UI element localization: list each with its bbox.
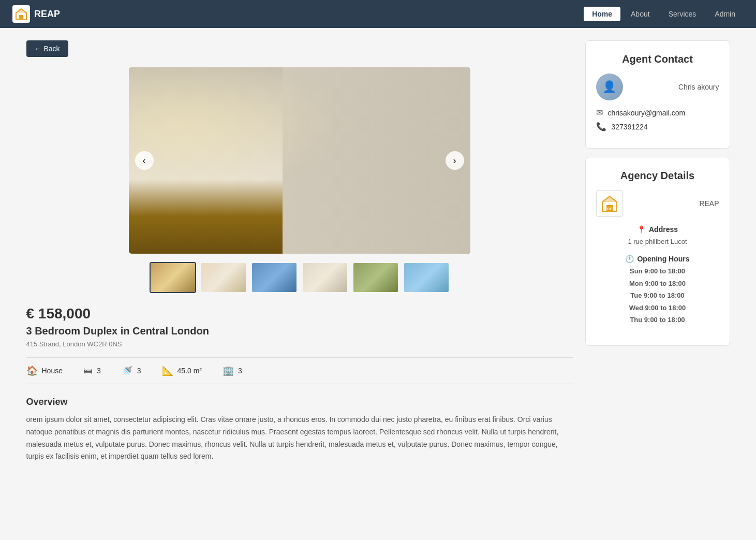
hours-sun: Sun 9:00 to 18:00 bbox=[596, 265, 719, 277]
location-pin-icon: 📍 bbox=[637, 225, 646, 233]
property-title: 3 Bedroom Duplex in Central London bbox=[26, 325, 573, 337]
hours-wed: Wed 9:00 to 18:00 bbox=[596, 302, 719, 314]
thumbnail-5[interactable] bbox=[352, 262, 399, 293]
brand-name: REAP bbox=[34, 9, 60, 20]
stat-bathrooms-value: 3 bbox=[137, 367, 141, 375]
agency-logo-row: RE REAP bbox=[596, 190, 719, 217]
thumbnail-6[interactable] bbox=[403, 262, 450, 293]
thumbnail-strip bbox=[26, 262, 573, 295]
hours-mon: Mon 9:00 to 18:00 bbox=[596, 278, 719, 289]
stat-type: 🏠 House bbox=[26, 365, 63, 376]
bath-icon: 🚿 bbox=[122, 365, 133, 376]
carousel-prev-button[interactable]: ‹ bbox=[135, 151, 154, 170]
stat-type-value: House bbox=[42, 367, 63, 375]
stat-bathrooms: 🚿 3 bbox=[122, 365, 141, 376]
navbar: REAP Home About Services Admin bbox=[0, 0, 756, 28]
room-image bbox=[129, 67, 470, 254]
brand: REAP bbox=[12, 5, 60, 23]
agency-address-section: 📍 Address 1 rue philibert Lucot bbox=[596, 225, 719, 247]
stat-floors-value: 3 bbox=[238, 367, 242, 375]
agent-contact-title: Agent Contact bbox=[596, 53, 719, 65]
agent-email: chrisakoury@gmail.com bbox=[608, 109, 686, 117]
agent-name: Chris akoury bbox=[678, 83, 719, 91]
stat-area-value: 45.0 m² bbox=[177, 367, 202, 375]
overview-text: orem ipsum dolor sit amet, consectetur a… bbox=[26, 414, 573, 463]
thumbnail-3[interactable] bbox=[251, 262, 298, 293]
agent-avatar: 👤 bbox=[596, 74, 623, 100]
overview-title: Overview bbox=[26, 397, 573, 407]
svg-marker-4 bbox=[602, 196, 617, 202]
nav-services[interactable]: Services bbox=[660, 7, 705, 21]
agent-email-row: ✉ chrisakoury@gmail.com bbox=[596, 108, 719, 118]
email-icon: ✉ bbox=[596, 108, 603, 118]
agent-phone-row: 📞 327391224 bbox=[596, 122, 719, 132]
property-price: € 158,000 bbox=[26, 305, 573, 322]
nav-links: Home About Services Admin bbox=[584, 7, 744, 21]
sidebar: Agent Contact 👤 Chris akoury ✉ chrisakou… bbox=[585, 40, 730, 463]
carousel: ‹ › bbox=[129, 67, 470, 254]
agency-hours-text: Sun 9:00 to 18:00 Mon 9:00 to 18:00 Tue … bbox=[596, 265, 719, 326]
carousel-main-image: ‹ › bbox=[129, 67, 470, 254]
thumbnail-4[interactable] bbox=[302, 262, 348, 293]
svg-text:RE: RE bbox=[607, 207, 612, 211]
nav-home[interactable]: Home bbox=[584, 7, 620, 21]
stat-area: 📐 45.0 m² bbox=[162, 365, 202, 376]
back-button[interactable]: ← Back bbox=[26, 40, 68, 57]
agency-hours-section: 🕐 Opening Hours Sun 9:00 to 18:00 Mon 9:… bbox=[596, 255, 719, 326]
agent-phone: 327391224 bbox=[612, 123, 648, 131]
stat-bedrooms: 🛏 3 bbox=[83, 365, 101, 376]
house-icon: 🏠 bbox=[26, 365, 38, 376]
stat-floors: 🏢 3 bbox=[223, 365, 242, 376]
property-stats: 🏠 House 🛏 3 🚿 3 📐 45.0 m² 🏢 3 bbox=[26, 357, 573, 384]
stat-bedrooms-value: 3 bbox=[97, 367, 101, 375]
svg-rect-2 bbox=[19, 15, 23, 19]
agency-details-card: Agency Details RE REAP 📍 Address bbox=[585, 157, 730, 346]
agent-row: 👤 Chris akoury bbox=[596, 74, 719, 100]
page-content: ← Back ‹ › € 158,000 3 Bedroom Duplex in… bbox=[11, 28, 746, 475]
agency-details-title: Agency Details bbox=[596, 170, 719, 182]
carousel-next-button[interactable]: › bbox=[446, 151, 464, 170]
clock-icon: 🕐 bbox=[625, 255, 634, 263]
hours-tue: Tue 9:00 to 18:00 bbox=[596, 289, 719, 301]
agency-address-text: 1 rue philibert Lucot bbox=[596, 236, 719, 247]
phone-icon: 📞 bbox=[596, 122, 606, 132]
nav-about[interactable]: About bbox=[622, 7, 658, 21]
agency-logo: RE bbox=[596, 190, 623, 217]
hours-thu: Thu 9:00 to 18:00 bbox=[596, 314, 719, 326]
agent-contact-card: Agent Contact 👤 Chris akoury ✉ chrisakou… bbox=[585, 40, 730, 149]
main-column: ← Back ‹ › € 158,000 3 Bedroom Duplex in… bbox=[26, 40, 573, 463]
brand-logo bbox=[12, 5, 30, 23]
bed-icon: 🛏 bbox=[83, 366, 93, 376]
floors-icon: 🏢 bbox=[223, 365, 234, 376]
nav-admin[interactable]: Admin bbox=[706, 7, 744, 21]
agency-address-title: 📍 Address bbox=[596, 225, 719, 233]
area-icon: 📐 bbox=[162, 365, 173, 376]
agency-hours-title: 🕐 Opening Hours bbox=[596, 255, 719, 263]
svg-marker-1 bbox=[16, 9, 26, 13]
agency-name: REAP bbox=[699, 199, 719, 208]
thumbnail-2[interactable] bbox=[200, 262, 247, 293]
property-address: 415 Strand, London WC2R 0NS bbox=[26, 340, 573, 348]
thumbnail-1[interactable] bbox=[150, 262, 196, 293]
